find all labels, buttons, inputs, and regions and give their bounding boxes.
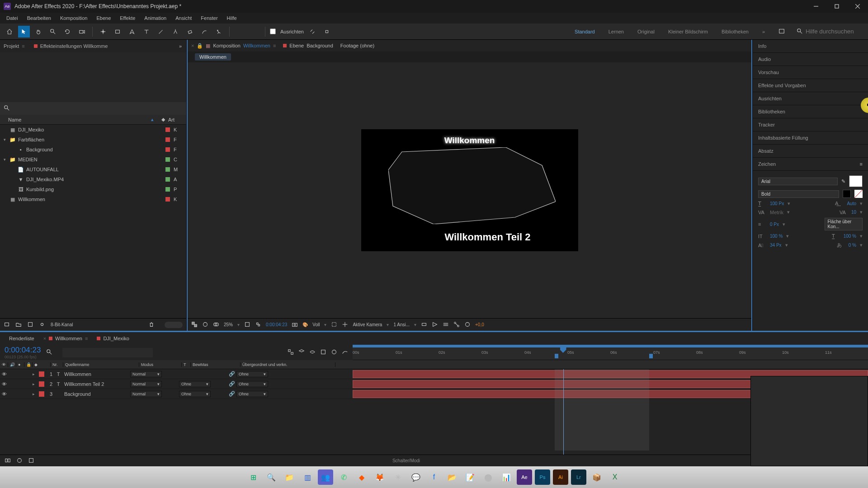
interpret-footage-icon[interactable] — [4, 321, 10, 328]
taskbar-taskview-icon[interactable]: ▥ — [300, 469, 315, 485]
stroke-color-swatch[interactable] — [843, 190, 851, 198]
taskbar-premiere-icon[interactable]: 📊 — [499, 469, 514, 485]
exposure-value[interactable]: +0,0 — [475, 322, 484, 327]
project-settings-icon[interactable] — [39, 321, 45, 328]
panel-info[interactable]: Info — [753, 40, 868, 53]
taskbar-aftereffects-icon[interactable]: Ae — [517, 469, 532, 485]
channel-icon[interactable] — [202, 321, 208, 328]
taskbar-folder-icon[interactable]: 📂 — [444, 469, 460, 485]
pen-tool[interactable] — [126, 26, 138, 38]
taskbar-notes-icon[interactable]: 📝 — [462, 469, 478, 485]
workspace-bibliotheken[interactable]: Bibliotheken — [722, 29, 749, 34]
fill-color-swatch[interactable] — [849, 175, 863, 187]
col-solo[interactable]: ● — [16, 362, 24, 367]
panel-zeichen-header[interactable]: Zeichen ≡ — [753, 158, 868, 171]
pixel-aspect-icon[interactable] — [421, 321, 427, 328]
panel-audio[interactable]: Audio — [753, 53, 868, 66]
comp-flowchart-icon[interactable] — [288, 349, 294, 356]
rotate-tool[interactable] — [61, 26, 73, 38]
font-size-value[interactable]: 100 Px — [770, 201, 784, 206]
toggle-mode-icon[interactable] — [16, 457, 23, 465]
col-parent[interactable]: Übergeordnet und verkn. — [241, 362, 335, 367]
new-comp-icon[interactable] — [27, 321, 33, 328]
col-bewmas[interactable]: BewMas — [191, 362, 241, 367]
taskbar-whatsapp-icon[interactable]: ✆ — [336, 469, 351, 485]
help-search-input[interactable] — [806, 28, 864, 35]
footage-tab[interactable]: Footage (ohne) — [340, 43, 374, 48]
camera-tool[interactable] — [76, 26, 88, 38]
taskbar-obs-icon[interactable]: ⬤ — [481, 469, 496, 485]
vscale-value[interactable]: 100 % — [770, 234, 783, 239]
project-search-input[interactable] — [13, 105, 183, 112]
panel-tracker[interactable]: Tracker — [753, 118, 868, 131]
panel-menu-icon[interactable]: ≡ — [22, 43, 24, 49]
menu-hilfe[interactable]: Hilfe — [222, 14, 241, 23]
sort-indicator-icon[interactable]: ▴ — [151, 117, 154, 122]
panel-bibliotheken[interactable]: Bibliotheken — [753, 105, 868, 118]
hscale-value[interactable]: 100 % — [844, 234, 856, 239]
toggle-transform-icon[interactable] — [28, 457, 34, 465]
menu-fenster[interactable]: Fenster — [196, 14, 222, 23]
region-icon[interactable] — [331, 321, 337, 328]
canvas[interactable]: Willkommen Willkommen Teil 2 — [361, 129, 578, 251]
project-item[interactable]: 📄AUTOUNFALLM — [0, 164, 186, 174]
new-folder-icon[interactable] — [15, 321, 22, 328]
close-tab-icon[interactable]: × — [191, 43, 194, 48]
brush-tool[interactable] — [155, 26, 167, 38]
panel-absatz[interactable]: Absatz — [753, 145, 868, 158]
zoom-dropdown[interactable]: 25% — [224, 322, 233, 327]
local-axis-tool[interactable] — [234, 26, 246, 38]
timeline-icon[interactable] — [443, 321, 449, 328]
baseline-value[interactable]: 34 Px — [770, 243, 782, 248]
workspace-standard[interactable]: Standard — [575, 29, 595, 34]
breadcrumb-item[interactable]: Willkommen — [195, 53, 231, 61]
font-family-dropdown[interactable]: Arial — [758, 178, 838, 185]
taskbar-app1-icon[interactable]: ✳ — [390, 469, 406, 485]
timeline-tab-other[interactable]: DJI_Mexiko — [97, 336, 129, 341]
panel-vorschau[interactable]: Vorschau — [753, 66, 868, 79]
tracking-value[interactable]: 10 — [851, 210, 856, 215]
project-item[interactable]: ▼DJI_Mexiko.MP4A — [0, 174, 186, 184]
color-mgmt-icon[interactable]: 🎨 — [302, 322, 308, 327]
taskbar-brave-icon[interactable]: ◆ — [354, 469, 369, 485]
minimize-button[interactable] — [806, 0, 826, 13]
menu-ansicht[interactable]: Ansicht — [171, 14, 196, 23]
taskbar-search-icon[interactable]: 🔍 — [264, 469, 279, 485]
col-lock[interactable]: 🔒 — [24, 362, 33, 367]
col-mode[interactable]: Modus — [139, 362, 182, 367]
draft-3d-icon[interactable] — [298, 349, 305, 356]
col-t[interactable]: T — [182, 362, 191, 367]
no-color-swatch[interactable] — [854, 190, 863, 198]
layer-tab[interactable]: Ebene Background — [283, 43, 333, 48]
composition-tab[interactable]: × 🔒 ▦ Komposition Willkommen ≡ — [191, 43, 276, 49]
toggle-switch-icon[interactable] — [5, 457, 11, 465]
taskbar-illustrator-icon[interactable]: Ai — [553, 469, 568, 485]
menu-effekte[interactable]: Effekte — [115, 14, 140, 23]
snapshot-icon[interactable] — [292, 321, 298, 328]
viewer-timecode[interactable]: 0:00:04:23 — [266, 322, 287, 327]
snap-options-icon[interactable] — [307, 26, 318, 38]
tsume-value[interactable]: 0 % — [849, 243, 856, 248]
playhead[interactable] — [560, 345, 566, 353]
eraser-tool[interactable] — [184, 26, 196, 38]
world-axis-tool[interactable] — [249, 26, 260, 38]
stroke-position-dropdown[interactable]: Fläche über Kon... — [825, 218, 863, 230]
taskbar-photoshop-icon[interactable]: Ps — [535, 469, 550, 485]
views-dropdown[interactable]: 1 Ansi... — [393, 322, 410, 327]
transparency-grid-icon[interactable] — [255, 321, 261, 328]
timeline-ruler[interactable]: 00s01s02s03s04s05s06s07s08s09s10s11s12s — [353, 345, 868, 360]
switches-modes-label[interactable]: Schalter/Modi — [40, 458, 773, 463]
panel-ausrichten[interactable]: Ausrichten — [753, 92, 868, 105]
snap-edge-icon[interactable] — [321, 26, 333, 38]
exposure-reset-icon[interactable] — [464, 321, 471, 328]
composition-viewer[interactable]: Willkommen Willkommen Teil 2 — [188, 62, 751, 318]
shy-icon[interactable] — [309, 349, 316, 356]
col-speaker[interactable]: 🔊 — [8, 362, 16, 367]
workspace-lernen[interactable]: Lernen — [609, 29, 624, 34]
taskbar-excel-icon[interactable]: X — [607, 469, 623, 485]
project-item-list[interactable]: ▦DJI_MexikoK▾📁FarbflächenF▪BackgroundF▾📁… — [0, 125, 186, 318]
close-button[interactable] — [847, 0, 868, 13]
workspace-kleiner[interactable]: Kleiner Bildschirm — [668, 29, 708, 34]
stroke-width-value[interactable]: 0 Px — [770, 222, 779, 227]
taskbar-start-icon[interactable]: ⊞ — [245, 469, 261, 485]
